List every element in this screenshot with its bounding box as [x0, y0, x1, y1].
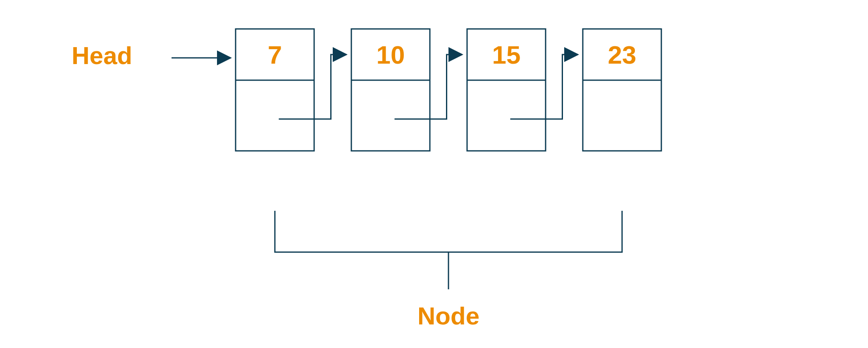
node-value-0: 7	[268, 41, 282, 69]
node-2: 15	[467, 29, 546, 151]
link-arrow-0	[279, 55, 347, 119]
linked-list-diagram: Head 7101523 Node	[0, 0, 868, 348]
node-bracket	[275, 211, 622, 252]
head-label: Head	[72, 42, 132, 69]
node-label: Node	[417, 302, 479, 330]
node-value-1: 10	[377, 41, 405, 69]
node-0: 7	[236, 29, 314, 151]
node-value-2: 15	[492, 41, 521, 69]
node-value-3: 23	[608, 41, 637, 69]
node-3: 23	[583, 29, 661, 151]
link-arrows-group	[279, 55, 578, 119]
node-1: 10	[351, 29, 430, 151]
nodes-group: 7101523	[236, 29, 661, 151]
